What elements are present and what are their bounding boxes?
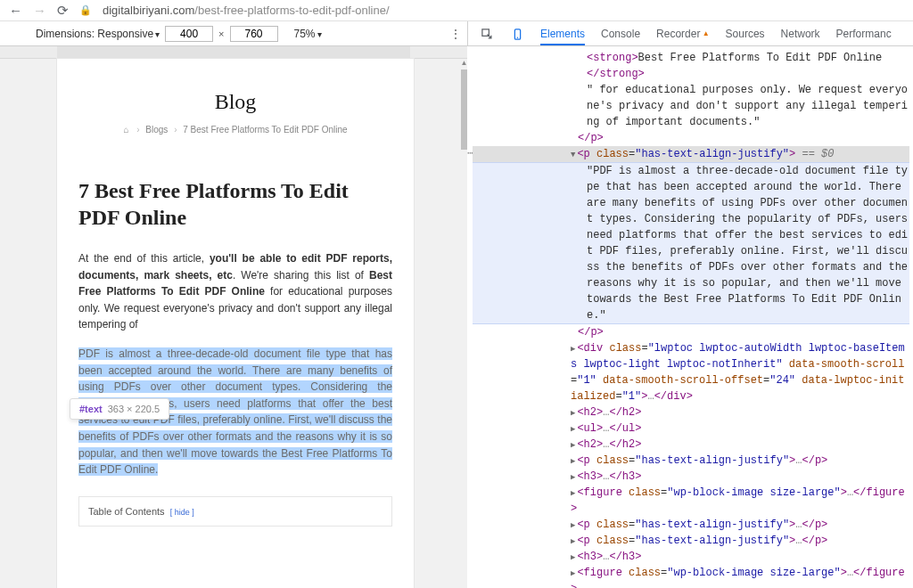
dom-node[interactable]: <h3>…</h3> (473, 469, 909, 485)
dom-text[interactable]: "PDF is almost a three-decade-old docume… (473, 162, 909, 324)
dom-node[interactable]: </p> (473, 130, 909, 146)
page-heading: Blog (78, 90, 392, 114)
dom-node[interactable]: </p> (473, 324, 909, 340)
responsive-dropdown[interactable]: Dimensions: Responsive (36, 28, 160, 40)
home-icon[interactable]: ⌂ (123, 125, 128, 135)
dom-node[interactable]: <ul>…</ul> (473, 421, 909, 437)
article-title: 7 Best Free Platforms To Edit PDF Online (78, 177, 392, 231)
article-paragraph: At the end of this article, you'll be ab… (78, 250, 392, 333)
dom-node[interactable]: <h2>…</h2> (473, 437, 909, 453)
tab-console[interactable]: Console (601, 28, 640, 40)
kebab-menu-icon[interactable]: ⋮ (449, 27, 462, 41)
dom-node[interactable]: <h2>…</h2> (473, 404, 909, 421)
rendered-page: Blog ⌂ › Blogs › 7 Best Free Platforms T… (57, 59, 414, 588)
tab-sources[interactable]: Sources (726, 28, 765, 40)
dom-node[interactable]: <figure class="wp-block-image size-large… (473, 565, 909, 588)
toc-hide-link[interactable]: [ hide ] (170, 508, 194, 517)
dom-node[interactable]: <p class="has-text-align-justify">…</p> (473, 453, 909, 469)
dom-node-selected[interactable]: ⋯<p class="has-text-align-justify"> == $… (473, 146, 909, 162)
lock-icon: 🔒 (79, 4, 92, 16)
dom-node[interactable]: <figure class="wp-block-image size-large… (473, 485, 909, 517)
viewport-height-input[interactable] (230, 26, 278, 42)
scrollbar[interactable]: ▲ (461, 59, 467, 588)
dom-node[interactable]: <div class="lwptoc lwptoc-autoWidth lwpt… (473, 340, 909, 404)
crumb-current: 7 Best Free Platforms To Edit PDF Online (183, 125, 347, 135)
device-viewport: Blog ⌂ › Blogs › 7 Best Free Platforms T… (0, 46, 467, 588)
tab-network[interactable]: Network (781, 28, 820, 40)
crumb-blogs[interactable]: Blogs (145, 125, 168, 135)
forward-button[interactable]: → (33, 3, 46, 18)
dom-node[interactable]: <p class="has-text-align-justify">…</p> (473, 533, 909, 549)
inspect-tooltip: #text363 × 220.5 (70, 398, 169, 420)
zoom-dropdown[interactable]: 75% (294, 28, 323, 40)
tab-recorder[interactable]: Recorder (656, 28, 710, 40)
breadcrumb: ⌂ › Blogs › 7 Best Free Platforms To Edi… (78, 125, 392, 135)
panel-divider[interactable] (467, 21, 468, 45)
viewport-width-input[interactable] (165, 26, 213, 42)
back-button[interactable]: ← (9, 3, 22, 18)
elements-panel[interactable]: <strong>Best Free Platforms To Edit PDF … (467, 46, 913, 588)
inspect-icon[interactable] (480, 27, 494, 41)
address-bar[interactable]: digitalbiriyani.com/best-free-platforms-… (103, 4, 904, 17)
tab-elements[interactable]: Elements (540, 28, 585, 45)
reload-button[interactable]: ⟳ (57, 3, 69, 19)
device-icon[interactable] (510, 27, 524, 41)
dom-node[interactable]: <strong>Best Free Platforms To Edit PDF … (473, 50, 909, 66)
dimension-separator: × (218, 29, 224, 39)
table-of-contents[interactable]: Table of Contents[ hide ] (78, 496, 392, 527)
scrollbar-thumb[interactable] (461, 69, 467, 150)
dom-node[interactable]: <p class="has-text-align-justify">…</p> (473, 517, 909, 533)
tab-performance[interactable]: Performanc (836, 28, 892, 40)
dom-node[interactable]: <h3>…</h3> (473, 549, 909, 565)
dom-node[interactable]: </strong> (473, 66, 909, 82)
dom-text[interactable]: " for educational purposes only. We requ… (473, 82, 909, 130)
